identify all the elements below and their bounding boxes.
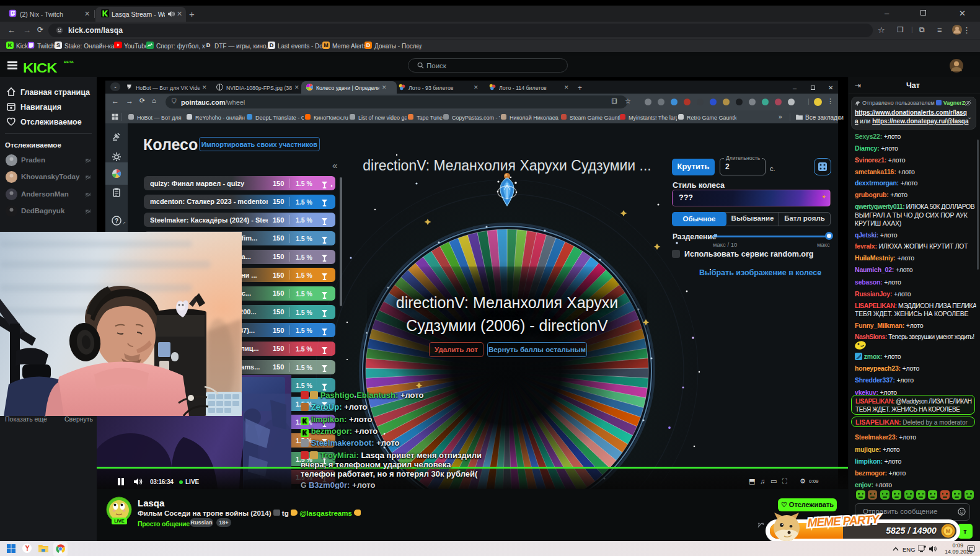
svg-text:MEME PARTY: MEME PARTY bbox=[807, 513, 881, 529]
svg-text:M: M bbox=[946, 528, 951, 534]
